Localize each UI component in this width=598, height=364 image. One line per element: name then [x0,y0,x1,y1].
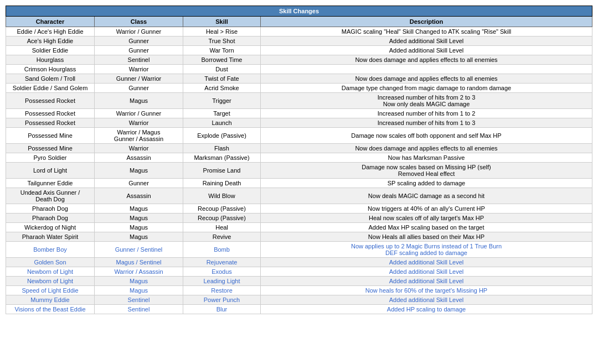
table-row: Pharaoh DogMagusRecoup (Passive)Heal now… [6,214,592,223]
cell-class: Magus [95,223,183,232]
cell-character: Tailgunner Eddie [6,179,95,188]
cell-skill: Restore [183,286,261,295]
cell-skill: Revive [183,232,261,242]
cell-skill: Raining Death [183,179,261,188]
cell-skill: Power Punch [183,295,261,305]
cell-description: Heal now scales off of ally target's Max… [261,214,592,223]
cell-skill: Launch [183,118,261,128]
cell-character: Possessed Mine [6,144,95,153]
table-row: Undead Axis Gunner / Death DogAssassinWi… [6,188,592,204]
table-header-row: Character Class Skill Description [6,17,592,27]
cell-character: Possessed Rocket [6,109,95,118]
cell-description: Increased number of hits from 2 to 3 Now… [261,93,592,109]
cell-skill: Wild Blow [183,188,261,204]
cell-class: Warrior [95,144,183,153]
cell-description: Added additional Skill Level [261,267,592,277]
cell-character: Wickerdog of Night [6,223,95,232]
skill-changes-table: Skill Changes Character Class Skill Desc… [6,6,592,314]
cell-class: Gunner [95,84,183,93]
cell-character: Soldier Eddie / Sand Golem [6,84,95,93]
cell-skill: Rejuvenate [183,258,261,267]
cell-description: Now does damage and applies effects to a… [261,55,592,65]
table-row: Newborn of LightWarrior / AssassinExodus… [6,267,592,277]
table-row: Ace's High EddieGunnerTrue ShotAdded add… [6,37,592,46]
table-row: Soldier Eddie / Sand GolemGunnerAcrid Sm… [6,84,592,93]
cell-description: Added additional Skill Level [261,277,592,286]
cell-character: Hourglass [6,55,95,65]
table-row: Tailgunner EddieGunnerRaining DeathSP sc… [6,179,592,188]
header-description: Description [261,17,592,27]
cell-class: Warrior / Gunner [95,109,183,118]
cell-character: Mummy Eddie [6,295,95,305]
cell-skill: Twist of Fate [183,74,261,84]
header-skill: Skill [183,17,261,27]
table-row: Pharaoh DogMagusRecoup (Passive)Now trig… [6,204,592,214]
cell-skill: Flash [183,144,261,153]
cell-description: Increased number of hits from 1 to 2 [261,109,592,118]
cell-class: Gunner / Sentinel [95,242,183,258]
cell-character: Sand Golem / Troll [6,74,95,84]
table-row: Crimson HourglassWarriorDust [6,65,592,74]
table-row: Possessed RocketWarrior / GunnerTargetIn… [6,109,592,118]
cell-skill: Trigger [183,93,261,109]
cell-character: Bomber Boy [6,242,95,258]
cell-description: Damage now scales based on Missing HP (s… [261,163,592,179]
cell-class: Sentinel [95,295,183,305]
cell-class: Warrior / Magus Gunner / Assassin [95,128,183,144]
table-row: Visions of the Beast EddieSentinelBlurAd… [6,305,592,314]
cell-class: Gunner [95,179,183,188]
table-row: Bomber BoyGunner / SentinelBombNow appli… [6,242,592,258]
cell-class: Magus / Sentinel [95,258,183,267]
cell-character: Pharaoh Dog [6,214,95,223]
table-row: Pyro SoldierAssassinMarksman (Passive)No… [6,153,592,163]
cell-description: Now Heals all allies based on their Max … [261,232,592,242]
cell-class: Magus [95,277,183,286]
cell-class: Sentinel [95,305,183,314]
cell-description: Added additional Skill Level [261,46,592,55]
cell-class: Assassin [95,188,183,204]
cell-class: Warrior [95,118,183,128]
table-row: Possessed RocketWarriorLaunchIncreased n… [6,118,592,128]
cell-character: Possessed Mine [6,128,95,144]
cell-description [261,65,592,74]
cell-skill: War Torn [183,46,261,55]
table-row: Possessed RocketMagusTriggerIncreased nu… [6,93,592,109]
cell-skill: Heal > Rise [183,27,261,37]
cell-skill: Target [183,109,261,118]
cell-description: Damage type changed from magic damage to… [261,84,592,93]
cell-description: Added HP scaling to damage [261,305,592,314]
cell-skill: True Shot [183,37,261,46]
cell-description: Now deals MAGIC damage as a second hit [261,188,592,204]
cell-skill: Explode (Passive) [183,128,261,144]
cell-class: Assassin [95,153,183,163]
cell-skill: Exodus [183,267,261,277]
table-title: Skill Changes [6,6,592,17]
cell-class: Magus [95,163,183,179]
cell-character: Pyro Soldier [6,153,95,163]
cell-skill: Leading Light [183,277,261,286]
cell-description: MAGIC scaling "Heal" Skill Changed to AT… [261,27,592,37]
cell-class: Magus [95,214,183,223]
cell-class: Gunner [95,37,183,46]
cell-class: Warrior / Gunner [95,27,183,37]
cell-class: Magus [95,286,183,295]
table-row: Golden SonMagus / SentinelRejuvenateAdde… [6,258,592,267]
cell-description: SP scaling added to damage [261,179,592,188]
table-title-row: Skill Changes [6,6,592,17]
cell-description: Added Max HP scaling based on the target [261,223,592,232]
table-row: Newborn of LightMagusLeading LightAdded … [6,277,592,286]
table-row: Speed of Light EddieMagusRestoreNow heal… [6,286,592,295]
cell-class: Magus [95,93,183,109]
cell-character: Pharaoh Dog [6,204,95,214]
cell-class: Sentinel [95,55,183,65]
cell-character: Possessed Rocket [6,118,95,128]
cell-character: Lord of Light [6,163,95,179]
table-row: Eddie / Ace's High EddieWarrior / Gunner… [6,27,592,37]
cell-character: Ace's High Eddie [6,37,95,46]
cell-skill: Borrowed Time [183,55,261,65]
cell-character: Soldier Eddie [6,46,95,55]
cell-class: Gunner / Warrior [95,74,183,84]
cell-skill: Bomb [183,242,261,258]
cell-description: Now does damage and applies effects to a… [261,74,592,84]
cell-character: Newborn of Light [6,277,95,286]
